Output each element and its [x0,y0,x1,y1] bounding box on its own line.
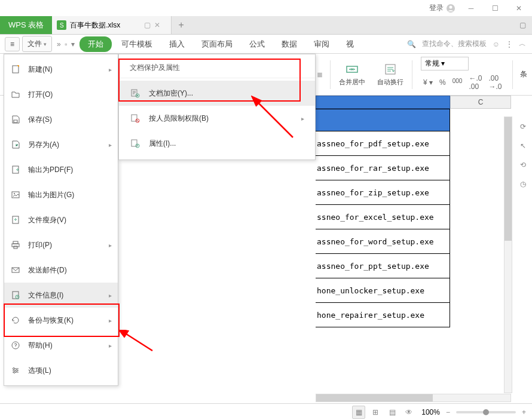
window-list-icon[interactable]: ▢ [519,21,526,29]
history-icon[interactable]: ◷ [516,177,530,191]
scrollbar-horizontal[interactable] [316,394,511,402]
select-tool-icon[interactable]: ↖ [516,139,530,152]
open-icon [10,89,21,100]
increase-decimal-button[interactable]: ←.0.00 [466,73,484,92]
svg-rect-26 [132,140,137,146]
submenu-encrypt[interactable]: 文档加密(Y)... [119,81,315,106]
help-dropdown[interactable]: ⋮ [506,40,513,48]
file-item-saveas[interactable]: 另存为(A)▸ [4,132,118,157]
svg-rect-6 [14,120,17,122]
feedback-icon[interactable]: ☺ [493,40,500,48]
file-item-info[interactable]: 文件信息(I)▸ [4,283,118,308]
svg-line-29 [124,333,152,351]
tab-close-icon[interactable]: ✕ [154,21,160,29]
file-item-email[interactable]: 发送邮件(D) [4,257,118,283]
comma-button[interactable]: 000 [450,76,465,89]
svg-rect-8 [12,192,19,198]
ribbon-tab-data[interactable]: 数据 [274,35,304,53]
scrollbar-vertical[interactable] [504,117,512,393]
ribbon-tab-insert[interactable]: 插入 [162,35,192,53]
slim-icon [10,214,21,225]
merge-icon [345,62,359,76]
minimize-button[interactable]: ─ [463,2,479,15]
file-item-image[interactable]: 输出为图片(G) [4,182,118,207]
ribbon-tab-review[interactable]: 审阅 [307,35,337,53]
ribbon-tab-template[interactable]: 可牛模板 [114,35,160,53]
svg-point-19 [16,370,18,372]
cell-header[interactable] [316,109,450,131]
refresh-icon[interactable]: ⟲ [516,158,530,171]
pdf-icon [10,164,21,175]
collapse-ribbon-icon[interactable]: ︿ [519,39,526,49]
maximize-button[interactable]: ☐ [487,2,503,15]
email-icon [10,265,21,275]
col-header-c[interactable]: C [450,96,511,109]
decrease-decimal-button[interactable]: .00→.0 [486,73,504,92]
ribbon-tab-start[interactable]: 开始 [80,36,112,52]
login-button[interactable]: 登录 [429,3,455,13]
wrap-icon [383,62,398,76]
table-cell[interactable]: hone_unlocker_setup.exe [316,278,450,303]
hamburger-menu[interactable]: ≡ [5,37,20,51]
svg-rect-4 [13,66,19,73]
panel-toggle-icon[interactable]: ⟳ [516,120,530,133]
table-cell[interactable]: assneo_for_zip_setup.exe [316,180,450,205]
merge-cells-button[interactable]: 合并居中 [335,60,369,89]
view-reading-icon[interactable]: 👁 [402,406,415,419]
spreadsheet-grid[interactable]: C assneo_for_pdf_setup.exe assneo_for_ra… [316,96,511,402]
file-item-print[interactable]: 打印(P)▸ [4,232,118,257]
file-item-backup[interactable]: 备份与恢复(K)▸ [4,308,118,333]
backup-icon [10,315,21,326]
help-icon [10,340,21,351]
table-cell[interactable]: assneo_for_pdf_setup.exe [316,131,450,156]
table-cell[interactable]: assneo_for_word_setup.exe [316,229,450,254]
ribbon-tab-view[interactable]: 视 [339,35,361,53]
currency-button[interactable]: ¥ ▾ [421,77,435,88]
menu-overflow[interactable]: » ▫ ▾ [54,40,77,48]
encrypt-icon [130,88,140,99]
zoom-in-button[interactable]: + [522,408,526,416]
options-icon [10,365,21,376]
tab-document[interactable]: S 百事牛数据.xlsx ▢ ✕ [52,16,172,34]
file-item-open[interactable]: 打开(O) [4,82,118,107]
col-header-selected[interactable] [316,96,450,109]
wrap-text-button[interactable]: 自动换行 [374,60,407,89]
ribbon-tab-formula[interactable]: 公式 [242,35,272,53]
table-cell[interactable]: ssneo_for_excel_setup.exe [316,205,450,229]
properties-icon [130,138,140,149]
view-normal-icon[interactable]: ▦ [352,406,365,419]
submenu-header: 文档保护及属性 [119,58,315,78]
file-item-slim[interactable]: 文件瘦身(V) [4,207,118,232]
search-input[interactable]: 查找命令、搜索模板 [422,39,487,49]
number-format-select[interactable]: 常规 ▾ [421,57,469,70]
file-item-save[interactable]: 保存(S) [4,107,118,132]
table-cell[interactable]: hone_repairer_setup.exe [316,303,450,327]
zoom-out-button[interactable]: − [446,408,450,416]
ribbon-tab-layout[interactable]: 页面布局 [194,35,240,53]
add-tab-button[interactable]: + [172,16,191,34]
view-layout-icon[interactable]: ▤ [386,406,399,419]
user-icon [446,4,455,13]
view-pagebreak-icon[interactable]: ⊞ [369,406,382,419]
submenu-restrict[interactable]: 按人员限制权限(B)▸ [119,106,315,131]
file-item-help[interactable]: 帮助(H)▸ [4,333,118,358]
table-cell[interactable]: assneo_for_ppt_setup.exe [316,254,450,278]
zoom-slider[interactable] [456,411,516,413]
tab-wps[interactable]: WPS 表格 [0,16,52,34]
present-icon[interactable]: ▢ [144,21,151,29]
table-cell[interactable]: assneo_for_rar_setup.exe [316,156,450,180]
search-icon[interactable]: 🔍 [407,40,416,48]
submenu-properties[interactable]: 属性(I)... [119,131,315,156]
save-icon [10,114,21,125]
ribbon-misc-icon[interactable]: ≣ [317,70,323,79]
print-icon [10,240,21,250]
file-item-new[interactable]: 新建(N)▸ [4,57,118,82]
file-menu-button[interactable]: 文件▾ [22,36,52,52]
percent-button[interactable]: % [437,77,448,88]
svg-rect-11 [13,241,18,244]
close-button[interactable]: ✕ [510,2,527,15]
file-item-options[interactable]: 选项(L) [4,358,118,383]
svg-point-5 [18,65,19,66]
zoom-level[interactable]: 100% [421,408,440,416]
file-item-pdf[interactable]: 输出为PDF(F) [4,157,118,182]
